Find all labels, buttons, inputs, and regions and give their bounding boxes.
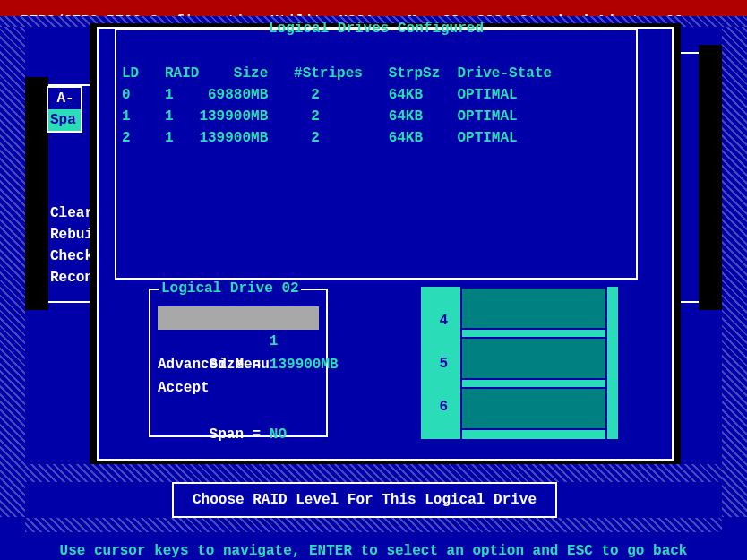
logical-drives-box: Logical Drives Configured LD RAID Size #… — [115, 29, 638, 280]
shadow — [25, 77, 48, 310]
table-row[interactable]: 0 1 69880MB 2 64KB OPTIMAL — [122, 88, 631, 102]
shadow — [699, 45, 722, 310]
raid-label: RAID = — [210, 333, 270, 349]
help-bar: Choose RAID Level For This Logical Drive — [172, 482, 557, 518]
background-hatch — [0, 27, 25, 517]
footer-hint: Use cursor keys to navigate, ENTER to se… — [0, 544, 747, 560]
background-hatch — [722, 27, 747, 517]
table-row[interactable]: 2 1 139900MB 2 64KB OPTIMAL — [122, 131, 631, 145]
logical-drives-title: Logical Drives Configured — [116, 22, 636, 36]
drive-slot[interactable] — [462, 287, 605, 330]
span-label: Span = — [210, 426, 270, 443]
title-bar: PERC/CERC BIOS Configuration Utility U82… — [0, 0, 747, 16]
adapter-mini-box: A- Spa — [47, 86, 82, 133]
raid-value: 1 — [270, 333, 279, 349]
drive-slot[interactable] — [462, 387, 605, 430]
table-row[interactable]: 1 1 139900MB 2 64KB OPTIMAL — [122, 109, 631, 124]
table-header: LD RAID Size #Stripes StrpSz Drive-State — [122, 66, 631, 81]
size-value: 139900MB — [270, 357, 339, 373]
accept-item[interactable]: Accept — [158, 376, 319, 400]
drive-slot-label: 5 — [430, 357, 448, 371]
menu-item-span-selected[interactable]: Spa — [48, 109, 81, 131]
drive-slot-label: 4 — [430, 314, 448, 328]
raid-level-field[interactable]: RAID = 1 — [158, 306, 319, 330]
help-text: Choose RAID Level For This Logical Drive — [193, 492, 537, 508]
span-field[interactable]: Span = NO — [158, 400, 319, 423]
background-hatch — [25, 518, 722, 532]
logical-drive-02-title: Logical Drive 02 — [159, 281, 301, 296]
background-hatch — [25, 464, 722, 482]
span-value: NO — [270, 426, 287, 443]
drive-slot-label: 6 — [430, 400, 448, 414]
drive-grid: 4 5 6 — [421, 287, 618, 439]
drive-slot[interactable] — [462, 337, 605, 380]
drive-grid-column — [460, 287, 607, 439]
logical-drive-02-box: Logical Drive 02 RAID = 1 Size = 139900M… — [149, 289, 328, 437]
adapter-label: A- — [48, 88, 81, 109]
